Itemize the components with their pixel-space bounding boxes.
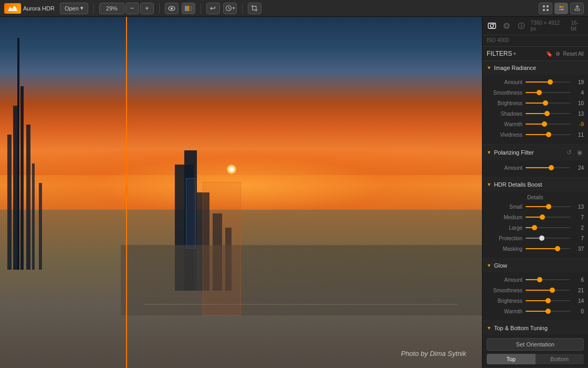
polarizing-filter-header[interactable]: ▼ Polarizing Filter ↺ ◉ — [482, 145, 588, 160]
smoothness-row: Smoothness 4 — [482, 87, 588, 98]
separator-1 — [93, 3, 94, 14]
smoothness-slider[interactable] — [526, 92, 570, 93]
main-content: Photo by Dima Sytnik 7360 × 4912 px 16-b… — [0, 17, 588, 368]
glow-controls: Amount 6 Smoothness 21 Brigh — [482, 272, 588, 321]
photo-tab-icon[interactable] — [487, 21, 497, 31]
masking-row: Masking 37 — [482, 243, 588, 254]
glow-arrow: ▼ — [487, 263, 491, 268]
polarizing-arrow: ▼ — [487, 150, 491, 155]
zoom-display[interactable]: 29% — [99, 3, 124, 14]
zoom-out-button[interactable]: − — [125, 3, 139, 14]
adjustments-button[interactable] — [554, 3, 568, 14]
logo-icon — [4, 3, 21, 14]
bottom-tab[interactable]: Bottom — [536, 354, 584, 364]
crop-button[interactable] — [248, 3, 261, 14]
svg-rect-8 — [547, 5, 549, 7]
amount-label: Amount — [487, 79, 522, 85]
medium-label: Medium — [487, 214, 522, 220]
amount-slider[interactable] — [526, 81, 570, 83]
small-slider[interactable] — [526, 206, 570, 207]
split-handle[interactable] — [125, 185, 128, 200]
separator-3 — [201, 3, 201, 14]
image-radiance-header[interactable]: ▼ Image Radiance — [482, 61, 588, 75]
undo-button[interactable]: ↩ — [206, 3, 220, 14]
svg-point-2 — [171, 7, 173, 9]
glow-brightness-slider[interactable] — [526, 300, 570, 301]
glow-amount-row: Amount 6 — [482, 274, 588, 285]
reset-all-button[interactable]: Reset All — [563, 51, 584, 57]
svg-rect-9 — [543, 9, 545, 11]
brightness-slider[interactable] — [526, 103, 570, 104]
medium-slider[interactable] — [526, 217, 570, 218]
hdr-sub-header: Details — [482, 193, 588, 201]
open-button[interactable]: Open ▾ — [60, 3, 88, 14]
polarizing-actions: ↺ ◉ — [565, 148, 584, 157]
svg-point-18 — [494, 24, 495, 25]
glow-warmth-row: Warmth 0 — [482, 306, 588, 316]
toolbar: Aurora HDR Open ▾ 29% − + ↩ ▾ — [0, 0, 588, 17]
glow-smoothness-slider[interactable] — [526, 290, 570, 291]
adjustments-tab-icon[interactable] — [501, 21, 512, 31]
glow-smoothness-row: Smoothness 21 — [482, 285, 588, 295]
top-bottom-header[interactable]: ▼ Top & Bottom Tuning — [482, 321, 588, 335]
photo-watermark: Photo by Dima Sytnik — [401, 350, 466, 357]
medium-row: Medium 7 — [482, 212, 588, 222]
set-orientation-button[interactable]: Set Orientation — [487, 338, 584, 351]
masking-value: 37 — [573, 246, 584, 252]
small-row: Small 13 — [482, 201, 588, 212]
glow-smoothness-label: Smoothness — [487, 288, 522, 293]
image-radiance-title: Image Radiance — [494, 65, 536, 71]
glow-warmth-label: Warmth — [487, 309, 522, 314]
canvas-area[interactable]: Photo by Dima Sytnik — [0, 17, 482, 368]
grid-view-button[interactable] — [539, 3, 552, 14]
top-bottom-title: Top & Bottom Tuning — [494, 325, 548, 331]
glow-amount-label: Amount — [487, 277, 522, 283]
svg-point-14 — [561, 9, 563, 11]
filters-bookmark-icon[interactable]: 🔖 — [546, 51, 552, 57]
polarizing-amount-slider[interactable] — [526, 167, 570, 168]
vividness-slider[interactable] — [526, 134, 570, 135]
glow-brightness-label: Brightness — [487, 298, 522, 304]
zoom-control: 29% − + — [99, 3, 154, 14]
zoom-in-button[interactable]: + — [140, 3, 154, 14]
filters-settings-icon[interactable]: ⚙ — [555, 51, 560, 57]
svg-point-12 — [560, 6, 561, 8]
vividness-value: 11 — [573, 132, 584, 138]
warmth-slider[interactable] — [526, 124, 570, 125]
masking-slider[interactable] — [526, 248, 570, 249]
top-bottom-arrow: ▼ — [487, 325, 491, 331]
separator-4 — [242, 3, 243, 14]
hdr-details-header[interactable]: ▼ HDR Details Boost — [482, 178, 588, 191]
history-button[interactable]: ▾ — [223, 3, 237, 14]
polarizing-eye-icon[interactable]: ◉ — [575, 148, 584, 157]
protection-row: Protection 7 — [482, 233, 588, 243]
hdr-title: HDR Details Boost — [494, 181, 542, 188]
export-button[interactable] — [570, 3, 584, 14]
shadows-slider[interactable] — [526, 113, 570, 114]
protection-slider[interactable] — [526, 238, 570, 239]
polarizing-controls: Amount 24 — [482, 160, 588, 177]
large-value: 2 — [573, 225, 584, 231]
glow-section: ▼ Glow Amount 6 Smoothness — [482, 259, 588, 321]
preview-button[interactable] — [165, 3, 178, 14]
panel-header: 7360 × 4912 px 16-bit — [482, 17, 588, 35]
right-panel: 7360 × 4912 px 16-bit ISO 4000 FILTERS ▾… — [482, 17, 588, 368]
polarizing-undo-icon[interactable]: ↺ — [565, 148, 573, 157]
filters-title: FILTERS ▾ — [487, 50, 516, 57]
glow-warmth-slider[interactable] — [526, 311, 570, 312]
split-view-button[interactable] — [182, 3, 195, 14]
large-row: Large 2 — [482, 222, 588, 233]
glow-amount-slider[interactable] — [526, 279, 570, 280]
large-slider[interactable] — [526, 227, 570, 228]
vividness-label: Vividness — [487, 132, 522, 138]
top-tab[interactable]: Top — [487, 354, 536, 364]
image-radiance-controls: Amount 19 Smoothness 4 — [482, 75, 588, 144]
glow-header[interactable]: ▼ Glow — [482, 259, 588, 272]
filters-actions: 🔖 ⚙ Reset All — [546, 51, 584, 57]
small-value: 13 — [573, 204, 584, 210]
top-bottom-controls: Set Orientation Top Bottom — [482, 335, 588, 367]
info-tab-icon[interactable] — [516, 21, 527, 31]
protection-label: Protection — [487, 236, 522, 241]
image-bit-depth: 16-bit — [571, 20, 584, 32]
image-radiance-arrow: ▼ — [487, 65, 491, 70]
